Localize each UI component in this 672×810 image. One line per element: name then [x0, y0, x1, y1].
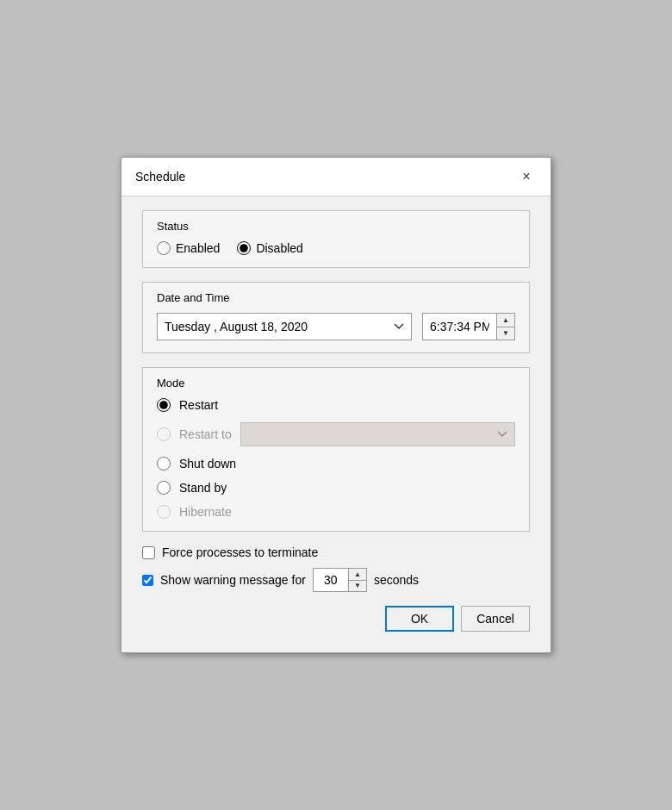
show-warning-checkbox[interactable]: [142, 575, 153, 586]
warning-down-button[interactable]: ▼: [349, 581, 366, 592]
mode-restart-label: Restart: [179, 398, 218, 412]
mode-standby-row[interactable]: Stand by: [157, 481, 515, 495]
mode-hibernate-label: Hibernate: [179, 505, 232, 519]
time-spinner-arrows: ▲ ▼: [496, 314, 514, 340]
mode-hibernate-row: Hibernate: [157, 505, 515, 519]
mode-standby-label: Stand by: [179, 481, 227, 495]
force-terminate-row[interactable]: Force processes to terminate: [142, 545, 530, 559]
time-down-button[interactable]: ▼: [497, 327, 514, 340]
status-enabled-radio[interactable]: [157, 241, 171, 255]
ok-button[interactable]: OK: [385, 606, 454, 632]
mode-shutdown-radio[interactable]: [157, 457, 171, 470]
warning-row: Show warning message for ▲ ▼ seconds: [142, 568, 530, 592]
datetime-label: Date and Time: [157, 291, 515, 304]
mode-hibernate-radio: [157, 505, 171, 519]
status-radio-group: Enabled Disabled: [157, 241, 515, 255]
status-label: Status: [157, 220, 515, 233]
force-terminate-label: Force processes to terminate: [162, 545, 318, 559]
mode-options: Restart Restart to Shut down: [157, 398, 515, 519]
mode-standby-radio[interactable]: [157, 481, 171, 495]
cancel-button[interactable]: Cancel: [461, 606, 530, 632]
schedule-dialog: Schedule × Status Enabled Disabled Date …: [121, 157, 551, 653]
dialog-title: Schedule: [135, 170, 185, 184]
restart-to-dropdown: [240, 422, 515, 446]
show-warning-suffix-label: seconds: [374, 573, 419, 587]
date-dropdown[interactable]: Tuesday , August 18, 2020: [157, 313, 412, 340]
status-disabled-label: Disabled: [256, 241, 302, 255]
warning-spinner: ▲ ▼: [313, 568, 367, 592]
status-section: Status Enabled Disabled: [142, 210, 530, 268]
button-row: OK Cancel: [142, 606, 530, 639]
mode-label: Mode: [157, 377, 515, 389]
mode-shutdown-label: Shut down: [179, 457, 236, 470]
status-disabled-item[interactable]: Disabled: [237, 241, 302, 255]
mode-section: Mode Restart Restart to: [142, 367, 530, 532]
mode-restart-row[interactable]: Restart: [157, 398, 515, 412]
title-bar: Schedule ×: [121, 158, 551, 196]
mode-shutdown-row[interactable]: Shut down: [157, 457, 515, 470]
bottom-options: Force processes to terminate Show warnin…: [142, 545, 530, 592]
status-enabled-label: Enabled: [176, 241, 220, 255]
status-disabled-radio[interactable]: [237, 241, 251, 255]
mode-restart-to-radio: [157, 427, 171, 441]
warning-spinner-arrows: ▲ ▼: [348, 569, 366, 591]
status-enabled-item[interactable]: Enabled: [157, 241, 220, 255]
warning-up-button[interactable]: ▲: [349, 569, 366, 581]
mode-restart-to-label: Restart to: [179, 427, 232, 441]
force-terminate-checkbox[interactable]: [142, 546, 155, 559]
mode-restart-radio[interactable]: [157, 398, 171, 412]
warning-seconds-input[interactable]: [314, 569, 348, 591]
time-input[interactable]: [423, 314, 496, 340]
datetime-section: Date and Time Tuesday , August 18, 2020 …: [142, 282, 530, 353]
date-time-row: Tuesday , August 18, 2020 ▲ ▼: [157, 313, 515, 340]
close-button[interactable]: ×: [516, 166, 537, 187]
dialog-body: Status Enabled Disabled Date and Time Tu…: [121, 196, 551, 652]
time-spinner: ▲ ▼: [422, 313, 515, 340]
time-up-button[interactable]: ▲: [497, 314, 514, 327]
mode-restart-to-row: Restart to: [157, 422, 515, 446]
show-warning-prefix-label: Show warning message for: [160, 573, 306, 587]
